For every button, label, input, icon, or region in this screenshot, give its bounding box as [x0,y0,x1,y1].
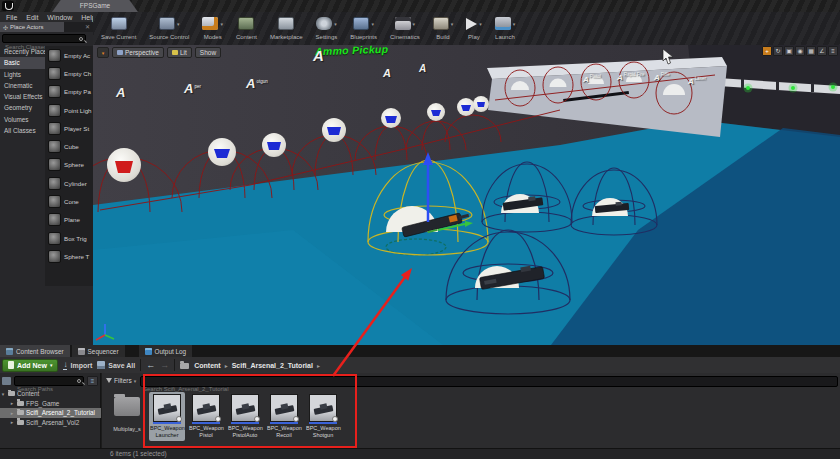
breadcrumb-item[interactable]: Scifi_Arsenal_2_Tutorial [232,362,313,369]
toolbar-button[interactable]: ▾ Build [430,13,457,42]
actor-thumbnail [48,213,61,226]
menu-item[interactable]: Window [47,14,72,21]
dock-tab[interactable]: Sequencer [72,345,125,357]
back-button[interactable]: ← [146,359,155,371]
rotation-snap[interactable]: ∠ [817,46,827,56]
actor-thumbnail [48,232,61,245]
lit-mode-button[interactable]: Lit [167,47,192,58]
category-item[interactable]: Basic [0,57,45,68]
dropdown-caret-icon[interactable]: ▾ [513,21,516,27]
tree-folder-row[interactable]: ▸ Scifi_Arsenal_2_Tutorial [0,408,101,418]
cinematics-icon [395,17,411,30]
grid-snap[interactable]: ▦ [806,46,816,56]
breadcrumb-item[interactable]: Content [194,362,220,369]
toolbar-button[interactable]: Content [233,13,260,42]
placeable-actor-item[interactable]: Player St [45,119,93,137]
category-item[interactable]: Volumes [0,114,45,125]
close-icon[interactable]: ✕ [85,23,90,30]
tree-folder-row[interactable]: ▸ Scifi_Arsenal_Vol2 [0,418,101,428]
show-menu-button[interactable]: Show [195,47,221,58]
play-icon [466,18,477,30]
perspective-button[interactable]: Perspective [112,47,164,58]
content-browser-icon [6,348,13,355]
expander-icon[interactable]: ▸ [9,419,15,425]
dropdown-caret-icon[interactable]: ▾ [220,21,223,27]
level-viewport[interactable]: Ammo Pickup AAperAotgunAAAAPistolARapid … [93,45,840,345]
placeable-actor-item[interactable]: Cylinder [45,174,93,192]
placeable-actor-item[interactable]: Sphere T [45,247,93,265]
expander-icon[interactable]: ▾ [0,391,6,397]
sources-filter-button[interactable]: ≡ [87,376,98,386]
tree-folder-row[interactable]: ▾ Content [0,389,101,399]
rotate-tool[interactable]: ↻ [773,46,783,56]
asset-tile[interactable]: BPC_WeaponPistolAuto [227,392,263,441]
scene-letter-label: A [116,86,126,99]
dropdown-caret-icon[interactable]: ▾ [479,21,482,27]
menu-item[interactable]: Edit [26,14,38,21]
placeable-actor-item[interactable]: Cube [45,137,93,155]
tree-folder-row[interactable]: ▸ FPS_Game [0,399,101,409]
filters-button[interactable]: Filters ▾ [106,377,136,384]
toolbar-button[interactable]: Marketplace [267,13,306,42]
toolbar-button[interactable]: ▾ Modes [199,13,226,42]
placeable-actor-item[interactable]: Plane [45,211,93,229]
menu-item[interactable]: File [6,14,17,21]
category-item[interactable]: Visual Effects [0,91,45,102]
placeable-actor-item[interactable]: Empty Pa [45,83,93,101]
placeable-actor-item[interactable]: Empty Ch [45,64,93,82]
toolbar-button[interactable]: ▾ Play [463,13,485,42]
toolbar-button[interactable]: Save Current [98,13,139,42]
folder-tile[interactable]: Multiplay_s [109,395,145,433]
placeable-actor-item[interactable]: Box Trig [45,229,93,247]
placeable-actor-item[interactable]: Empty Ac [45,46,93,64]
search-classes-input[interactable] [2,34,86,43]
folder-icon [17,420,24,425]
camera-speed[interactable]: ≡ [828,46,838,56]
category-item[interactable]: Cinematic [0,80,45,91]
dock-tab[interactable]: Output Log [139,345,193,357]
expander-icon[interactable]: ▸ [9,400,15,406]
dropdown-caret-icon[interactable]: ▾ [451,21,454,27]
move-tool[interactable]: + [762,46,772,56]
forward-button[interactable]: → [160,359,169,371]
dropdown-caret-icon[interactable]: ▾ [177,21,180,27]
search-icon [79,37,83,41]
sources-icon[interactable] [2,377,11,385]
placeable-actor-item[interactable]: Sphere [45,156,93,174]
blueprint-badge-icon [176,416,182,422]
scale-tool[interactable]: ▣ [784,46,794,56]
toolbar-button[interactable]: ▾ Blueprints [347,13,380,42]
category-item[interactable]: Lights [0,69,45,80]
dock-tab[interactable]: Content Browser [0,345,70,357]
add-new-button[interactable]: Add New ▾ [2,359,58,372]
category-item[interactable]: Recently Placed [0,46,45,57]
transform-toolbar: +↻▣◉▦∠≡ [762,46,838,56]
dropdown-caret-icon[interactable]: ▾ [371,21,374,27]
coordinate-space[interactable]: ◉ [795,46,805,56]
category-item[interactable]: Geometry [0,102,45,113]
toolbar-button[interactable]: ▾ Launch [492,13,519,42]
asset-tile[interactable]: BPC_WeaponRecoil [266,392,302,441]
expander-icon[interactable]: ▸ [9,410,15,416]
category-item[interactable]: All Classes [0,125,45,136]
viewport-options-button[interactable]: ▾ [97,47,109,58]
search-assets-input[interactable] [140,376,838,387]
title-bar: FPSGame [0,0,840,12]
import-button[interactable]: ↓ Import [63,361,92,370]
asset-tile[interactable]: BPC_WeaponShotgun [305,392,341,441]
placeable-actor-item[interactable]: Cone [45,192,93,210]
toolbar-button[interactable]: ▾ Source Control [146,13,192,42]
level-tab[interactable]: FPSGame [52,0,138,12]
asset-tile[interactable]: BPC_WeaponLauncher [149,392,185,441]
toolbar-button[interactable]: ▾ Settings [313,13,341,42]
asset-tile[interactable]: BPC_WeaponPistol [188,392,224,441]
scene-letter-label: ALaser [688,77,706,86]
search-paths-input[interactable] [14,376,84,386]
placeable-actor-item[interactable]: Point Ligh [45,101,93,119]
toolbar-button[interactable]: ▾ Cinematics [387,13,423,42]
asset-grid: BPC_WeaponLauncher BPC_WeaponPistol [149,392,341,441]
dropdown-caret-icon[interactable]: ▾ [413,21,416,27]
place-actors-tab[interactable]: ✣ Place Actors [0,22,64,32]
save-all-button[interactable]: Save All [97,361,135,369]
dropdown-caret-icon[interactable]: ▾ [334,21,337,27]
